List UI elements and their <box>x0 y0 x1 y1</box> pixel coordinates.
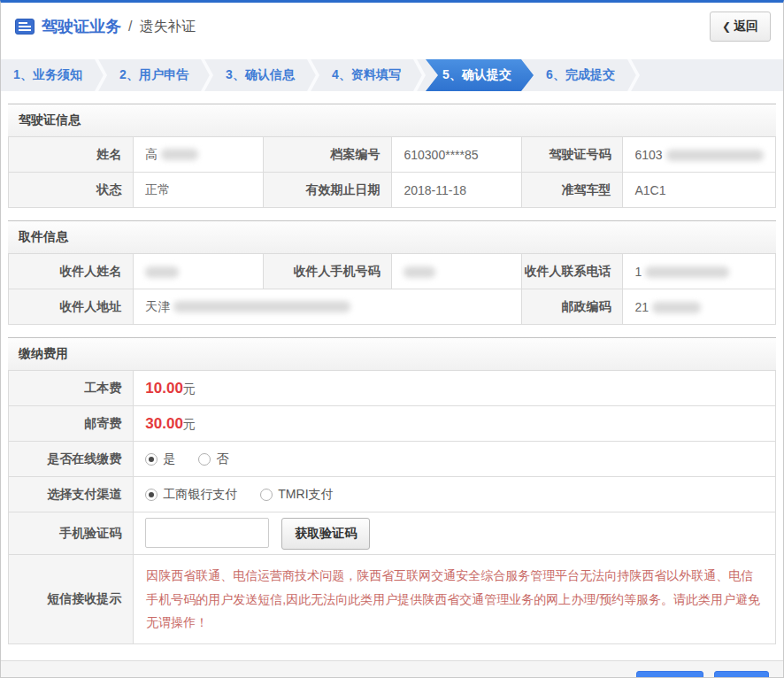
vehicle-class-label: 准驾车型 <box>521 173 622 208</box>
breadcrumb-separator: / <box>128 19 132 35</box>
recipient-address-label: 收件人地址 <box>9 289 134 325</box>
redacted-value <box>145 266 179 278</box>
channel-tmri-radio[interactable] <box>260 489 273 501</box>
license-info-title: 驾驶证信息 <box>8 104 776 136</box>
stepper-filler <box>640 59 783 91</box>
license-no-value: 6103 <box>623 137 776 173</box>
online-payment-label: 是否在线缴费 <box>9 442 134 477</box>
redacted-value <box>173 301 350 312</box>
license-no-label: 驾驶证号码 <box>521 137 622 173</box>
payment-title: 缴纳费用 <box>8 337 776 370</box>
sms-code-row: 获取验证码 <box>134 512 776 555</box>
channel-icbc-label[interactable]: 工商银行支付 <box>163 487 237 503</box>
sms-notice-label: 短信接收提示 <box>9 555 134 644</box>
previous-step-button[interactable]: 上一步 <box>636 671 703 678</box>
payment-table: 工本费 10.00元 邮寄费 30.00元 是否在线缴费 是 <box>8 370 776 644</box>
production-fee-label: 工本费 <box>9 371 134 406</box>
postage-fee-value: 30.00元 <box>134 406 776 442</box>
channel-icbc-radio[interactable] <box>145 489 158 501</box>
step-4-fill-data[interactable]: 4、资料填写 <box>319 59 413 91</box>
table-row: 短信接收提示 因陕西省联通、电信运营商技术问题，陕西省互联网交通安全综合服务管理… <box>9 555 776 644</box>
step-6-complete-submit[interactable]: 6、完成提交 <box>534 59 627 91</box>
file-no-label: 档案编号 <box>263 137 392 173</box>
step-1-business-notice[interactable]: 1、业务须知 <box>1 59 95 91</box>
postal-code-value: 21 <box>623 289 776 325</box>
online-yes-label[interactable]: 是 <box>163 451 175 467</box>
back-button-label: 返回 <box>734 19 758 35</box>
back-button[interactable]: ❮ 返回 <box>710 12 771 42</box>
redacted-value <box>645 266 729 278</box>
channel-label: 选择支付渠道 <box>9 477 134 512</box>
finish-button[interactable]: 完成 <box>714 671 769 678</box>
pickup-info-section: 取件信息 收件人姓名 收件人手机号码 收件人联系电话 1 收件人地址 天津 邮政… <box>8 220 776 325</box>
pickup-info-table: 收件人姓名 收件人手机号码 收件人联系电话 1 收件人地址 天津 邮政编码 21 <box>8 253 776 325</box>
step-progress-bar: 1、业务须知 2、用户申告 3、确认信息 4、资料填写 5、确认提交 6、完成提… <box>1 59 783 91</box>
payment-section: 缴纳费用 工本费 10.00元 邮寄费 30.00元 是否在线缴费 <box>8 337 776 644</box>
online-no-label[interactable]: 否 <box>216 451 228 467</box>
recipient-phone-label: 收件人联系电话 <box>521 254 622 289</box>
table-row: 状态 正常 有效期止日期 2018-11-18 准驾车型 A1C1 <box>9 173 776 208</box>
sms-code-label: 手机验证码 <box>9 512 134 555</box>
license-form-icon <box>15 19 35 35</box>
redacted-value <box>161 149 198 160</box>
table-row: 姓名 高 档案编号 610300****85 驾驶证号码 6103 <box>9 137 776 173</box>
online-payment-options: 是 否 <box>134 442 776 477</box>
file-no-value: 610300****85 <box>392 137 522 173</box>
step-2-user-declaration[interactable]: 2、用户申告 <box>107 59 201 91</box>
recipient-name-value <box>134 254 264 289</box>
recipient-mobile-label: 收件人手机号码 <box>263 254 392 289</box>
expiry-label: 有效期止日期 <box>263 173 392 208</box>
license-info-table: 姓名 高 档案编号 610300****85 驾驶证号码 6103 状态 正常 … <box>8 136 776 208</box>
expiry-value: 2018-11-18 <box>392 173 522 208</box>
table-row: 选择支付渠道 工商银行支付 TMRI支付 <box>9 477 776 512</box>
postal-code-label: 邮政编码 <box>521 289 622 325</box>
online-no-radio[interactable] <box>198 453 211 466</box>
production-fee-value: 10.00元 <box>134 371 776 406</box>
channel-options: 工商银行支付 TMRI支付 <box>134 477 776 512</box>
table-row: 工本费 10.00元 <box>9 371 776 406</box>
table-row: 手机验证码 获取验证码 <box>9 512 776 555</box>
table-row: 是否在线缴费 是 否 <box>9 442 776 477</box>
redacted-value <box>666 150 764 161</box>
recipient-address-value: 天津 <box>134 289 522 325</box>
step-3-confirm-info[interactable]: 3、确认信息 <box>213 59 307 91</box>
vehicle-class-value: A1C1 <box>623 173 776 208</box>
recipient-name-label: 收件人姓名 <box>9 254 134 289</box>
sms-notice-text: 因陕西省联通、电信运营商技术问题，陕西省互联网交通安全综合服务管理平台无法向持陕… <box>146 564 763 635</box>
breadcrumb: 驾驶证业务 / 遗失补证 <box>15 16 196 37</box>
postage-fee-label: 邮寄费 <box>9 406 134 442</box>
step-separator-icon <box>201 59 213 91</box>
sms-notice-cell: 因陕西省联通、电信运营商技术问题，陕西省互联网交通安全综合服务管理平台无法向持陕… <box>134 555 776 644</box>
step-separator-icon <box>627 59 640 91</box>
recipient-phone-value: 1 <box>623 254 776 289</box>
status-value: 正常 <box>134 173 264 208</box>
table-row: 邮寄费 30.00元 <box>9 406 776 442</box>
status-label: 状态 <box>9 173 134 208</box>
table-row: 收件人地址 天津 邮政编码 21 <box>9 289 776 325</box>
step-separator-icon <box>95 59 107 91</box>
online-yes-radio[interactable] <box>145 453 158 466</box>
pickup-info-title: 取件信息 <box>8 220 776 253</box>
get-code-button[interactable]: 获取验证码 <box>281 518 370 550</box>
license-info-section: 驾驶证信息 姓名 高 档案编号 610300****85 驾驶证号码 6103 … <box>8 104 776 208</box>
page-title: 驾驶证业务 <box>42 16 121 37</box>
name-label: 姓名 <box>9 137 134 173</box>
redacted-value <box>404 266 435 278</box>
name-value: 高 <box>134 137 264 173</box>
chevron-left-icon: ❮ <box>722 20 731 33</box>
footer-actions: 上一步 完成 <box>1 660 783 678</box>
page-subtitle: 遗失补证 <box>139 18 196 36</box>
header: 驾驶证业务 / 遗失补证 ❮ 返回 <box>1 3 783 50</box>
redacted-value <box>652 302 701 313</box>
recipient-mobile-value <box>392 254 522 289</box>
step-5-confirm-submit[interactable]: 5、确认提交 <box>426 59 534 91</box>
channel-tmri-label[interactable]: TMRI支付 <box>278 487 333 503</box>
page: 驾驶证业务 / 遗失补证 ❮ 返回 1、业务须知 2、用户申告 3、确认信息 4… <box>0 0 784 678</box>
table-row: 收件人姓名 收件人手机号码 收件人联系电话 1 <box>9 254 776 289</box>
sms-code-input[interactable] <box>145 518 269 548</box>
step-separator-icon <box>307 59 319 91</box>
step-separator-icon <box>413 59 426 91</box>
